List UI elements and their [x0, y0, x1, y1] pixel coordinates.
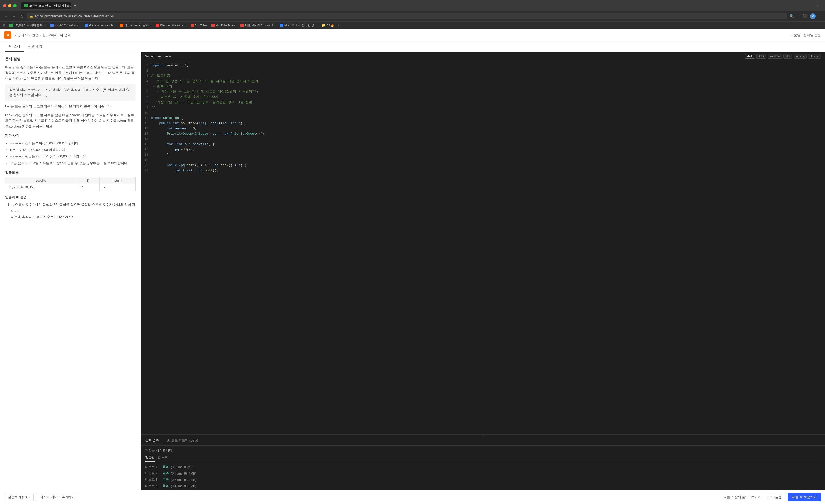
breadcrumb-sep-1: › [40, 33, 41, 37]
other-solutions-button[interactable]: 다른 사람의 풀이 [724, 493, 749, 501]
bookmark-favicon-1 [9, 24, 13, 27]
code-line: 15 [141, 137, 825, 142]
tab-submissions[interactable]: 제출 내역 [24, 42, 47, 52]
section-title: 문제 설명 [5, 57, 136, 62]
apps-icon[interactable]: ⊞ [3, 23, 5, 27]
example-title: 입출력 예 [5, 170, 136, 175]
breadcrumb-3: 더 맵게 [60, 33, 71, 38]
run-button[interactable]: 코드 실행 [763, 493, 785, 501]
bookmark-favicon-3 [85, 24, 88, 27]
folder-icon: 📁 [321, 23, 325, 27]
bookmark-8[interactable]: 채널 대시보드 - YouT... [239, 23, 277, 28]
editor-header: Solution.java dark light sublime vim ema… [141, 52, 825, 61]
tab-problem[interactable]: 더 맵게 [5, 42, 24, 52]
table-cell-2: 7 [77, 184, 99, 191]
constraint-2: K는 0 이상 1,000,000,000 이하입니다. [10, 147, 136, 153]
bookmark-2[interactable]: tony9402/baekjoo... [49, 23, 82, 28]
bookmark-label-4: 커밋(commit) 날짜... [124, 23, 151, 27]
test-result-1: 테스트 1 통과 (0.33ms, 88MB) [145, 464, 821, 470]
problem-desc-3: Leo가 가진 음식의 스코빌 지수를 담은 배열 scoville과 원하는 … [5, 112, 136, 129]
problem-desc-1: 매운 것을 좋아하는 Leo는 모든 음식의 스코빌 지수를 K 이상으로 만들… [5, 65, 136, 81]
bookmark-favicon-2 [50, 24, 54, 27]
vertical-resize-handle[interactable]: ⋯ [141, 434, 825, 436]
nav-icons: 🔍 ☆ ⬛ P ⋮ [790, 13, 822, 19]
search-icon[interactable]: 🔍 [790, 14, 794, 18]
bookmark-9[interactable]: 내가 보려고 정리한 정... [278, 23, 318, 28]
theme-dark-btn[interactable]: dark [745, 54, 755, 59]
menu-icon[interactable]: ⋮ [818, 14, 822, 18]
tab-ai-feedback[interactable]: AI 코드 피드백 (Beta) [163, 436, 202, 445]
bookmark-label-6: YouTube [195, 24, 207, 27]
formula-box: 섞은 음식의 스코빌 지수 = 가장 맵지 않은 음식의 스코빌 지수 + (두… [5, 84, 136, 100]
theme-vim-btn[interactable]: vim [783, 54, 792, 59]
close-button[interactable] [3, 4, 6, 7]
code-area[interactable]: 1 import java.util.*; 2 3 /* 알고리즘 4 - 최소… [141, 61, 825, 434]
theme-emacs-btn[interactable]: emacs [794, 54, 807, 59]
bookmark-favicon-9 [280, 24, 284, 27]
bookmark-favicon-4 [120, 24, 123, 27]
code-line: 10 [141, 111, 825, 116]
url-bar[interactable]: 🔒 school.programmers.co.kr/learn/courses… [27, 13, 788, 19]
bookmark-6[interactable]: YouTube [189, 23, 208, 28]
bookmark-3[interactable]: Git remote branch... [83, 23, 117, 28]
bookmark-1[interactable]: 코딩테스트 대비를 위... [8, 23, 47, 28]
nav-bar: ← → ↻ 🔒 school.programmers.co.kr/learn/c… [0, 11, 825, 21]
tab-bar: 코딩테스트 연습 - 더 맵게 | 프로... ✕ + [18, 2, 812, 9]
help-button[interactable]: 도움말 [791, 33, 800, 38]
bookmark-label-9: 내가 보려고 정리한 정... [285, 23, 317, 27]
maximize-button[interactable] [13, 4, 16, 7]
test-results: 테스트 1 통과 (0.33ms, 88MB) 테스트 2 통과 (0.49ms… [145, 464, 821, 489]
bookmarks-bar: ⊞ 코딩테스트 대비를 위... tony9402/baekjoo... Git… [0, 21, 825, 29]
tab-execution-result[interactable]: 실행 결과 [141, 436, 163, 445]
bookmark-favicon-7 [211, 24, 215, 27]
new-tab-button[interactable]: + [72, 3, 78, 8]
bookmark-favicon-6 [191, 24, 194, 27]
language-select[interactable]: Java ▾ [808, 54, 821, 59]
refresh-button[interactable]: ↻ [19, 13, 25, 19]
extensions-icon[interactable]: ⬛ [803, 14, 808, 18]
forward-button[interactable]: → [11, 13, 17, 19]
editor-options: dark light sublime vim emacs Java ▾ [745, 54, 821, 59]
table-header-1: scoville [5, 177, 77, 184]
theme-light-btn[interactable]: light [756, 54, 766, 59]
breadcrumb-1[interactable]: 코딩테스트 연습 [14, 33, 39, 38]
code-line: 5 - 반복 섞기 [141, 84, 825, 89]
theme-sublime-btn[interactable]: sublime [768, 54, 782, 59]
more-bookmarks-icon[interactable]: » [337, 23, 339, 27]
table-cell-1: [1, 2, 3, 9, 10, 12] [5, 184, 77, 191]
constraints-title: 제한 사항 [5, 133, 136, 138]
logo-icon: 코 [4, 31, 11, 39]
window-control[interactable]: ≡ [814, 3, 822, 8]
right-panel: Solution.java dark light sublime vim ema… [141, 52, 825, 490]
star-icon[interactable]: ☆ [797, 14, 800, 18]
bookmark-4[interactable]: 커밋(commit) 날짜... [118, 23, 153, 28]
code-line: 2 [141, 68, 825, 73]
compile-options-button[interactable]: 컴파일 옵션 [804, 33, 821, 38]
bookmark-favicon-5 [156, 24, 159, 27]
code-line: 8 - 가장 작은 값이 K 이상이면 종료, 불가능한 경우 -1을 반환 [141, 100, 825, 105]
code-line: 3 /* 알고리즘 [141, 73, 825, 79]
minimize-button[interactable] [8, 4, 11, 7]
app-logo: 코 [4, 31, 11, 39]
code-line: 9 */ [141, 105, 825, 111]
code-line: 12 public int solution(int[] scoville, i… [141, 121, 825, 126]
bookmark-10[interactable]: 📁 DS🔥 [320, 23, 335, 28]
result-tab-accuracy[interactable]: 정확성 [145, 455, 155, 461]
bookmark-7[interactable]: YouTube Music [210, 23, 237, 28]
breadcrumb-2[interactable]: 힙(Heap) [43, 33, 56, 38]
bookmark-label-5: Discover the top s... [160, 24, 186, 27]
back-button[interactable]: ← [3, 13, 9, 19]
result-tab-test[interactable]: 테스트 [158, 455, 168, 461]
bottom-content: 채점을 시작합니다. 정확성 테스트 테스트 1 통과 (0.33ms, 88M… [141, 446, 825, 490]
bookmark-5[interactable]: Discover the top s... [154, 23, 188, 28]
profile-icon[interactable]: P [810, 13, 816, 19]
active-tab[interactable]: 코딩테스트 연습 - 더 맵게 | 프로... ✕ [20, 2, 71, 9]
traffic-lights [3, 4, 16, 7]
question-button[interactable]: 질문하기 (189) [4, 493, 33, 501]
submit-button[interactable]: 제출 후 채점하기 [788, 493, 821, 501]
reset-button[interactable]: 초기화 [751, 493, 761, 501]
url-text: school.programmers.co.kr/learn/courses/3… [35, 14, 114, 18]
testcase-button[interactable]: 테스트 케이스 추가하기 [36, 493, 78, 501]
test-result-3: 테스트 3 통과 (0.51ms, 88.4MB) [145, 477, 821, 483]
constraint-1: scoville의 길이는 2 이상 1,000,000 이하입니다. [10, 140, 136, 147]
